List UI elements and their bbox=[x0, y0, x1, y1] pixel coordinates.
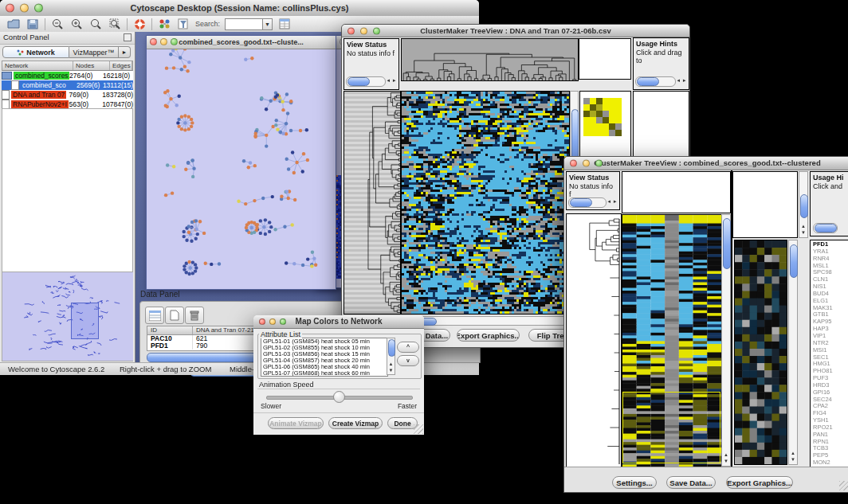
help-lifebuoy-icon[interactable] bbox=[132, 18, 147, 30]
resize-grip[interactable] bbox=[414, 424, 423, 434]
zoom-fit-icon[interactable] bbox=[108, 18, 122, 30]
gene-label[interactable]: MON2 bbox=[813, 459, 848, 467]
minimize-button[interactable] bbox=[20, 4, 29, 13]
zoom-scrollbar[interactable]: ▲ ▼ bbox=[788, 240, 798, 465]
row-dendrogram[interactable] bbox=[344, 91, 401, 315]
close-button[interactable] bbox=[570, 160, 577, 167]
correlation-matrix[interactable] bbox=[583, 98, 622, 136]
close-button[interactable] bbox=[259, 318, 265, 325]
scroll-arrows[interactable]: ◄ ► bbox=[386, 78, 397, 84]
col-network[interactable]: Network bbox=[2, 61, 73, 70]
zoom-button[interactable] bbox=[373, 27, 380, 34]
animate-vizmap-button[interactable]: Animate Vizmap bbox=[268, 417, 324, 429]
zoom-heatmap[interactable] bbox=[734, 240, 787, 465]
titlebar[interactable]: Map Colors to Network bbox=[253, 315, 424, 329]
network-row-selected[interactable]: combined_sco 2569(6) 13112(15) bbox=[2, 80, 133, 90]
network-view-window: combined_scores_good.txt--cluste... bbox=[146, 35, 336, 290]
attribute-list-item[interactable]: GPL51-07 (GSM868) heat shock 60 min bbox=[261, 370, 387, 377]
scrollbar-thumb[interactable] bbox=[790, 244, 798, 278]
minimize-button[interactable] bbox=[269, 318, 276, 325]
col-edges[interactable]: Edges bbox=[110, 61, 132, 70]
list-scrollbar[interactable]: ▲ ▼ bbox=[387, 338, 395, 375]
minimize-button[interactable] bbox=[583, 160, 590, 167]
scroll-up-arrow[interactable]: ▲ bbox=[789, 451, 797, 456]
network-overview-icon[interactable] bbox=[157, 18, 171, 30]
scroll-up-arrow[interactable]: ▲ bbox=[722, 452, 730, 458]
overview-viewport-rect[interactable] bbox=[71, 303, 99, 339]
search-dropdown-arrow-icon[interactable]: ▼ bbox=[262, 18, 273, 30]
save-icon[interactable] bbox=[26, 18, 40, 30]
scrollbar-thumb[interactable] bbox=[570, 198, 592, 207]
close-button[interactable] bbox=[150, 38, 157, 45]
zoom-button[interactable] bbox=[34, 4, 43, 13]
titlebar[interactable]: ClusterMaker TreeView : combined_scores_… bbox=[564, 157, 848, 170]
zoom-button[interactable] bbox=[595, 160, 603, 167]
export-graphics-button[interactable]: Export Graphics... bbox=[726, 476, 793, 489]
delete-attribute-trash-icon[interactable] bbox=[185, 307, 204, 324]
create-vizmap-button[interactable]: Create Vizmap bbox=[328, 417, 383, 429]
panel-scrollbar[interactable] bbox=[813, 223, 848, 233]
scroll-arrows[interactable]: ◄ ► bbox=[676, 78, 687, 84]
scrollbar-thumb[interactable] bbox=[388, 339, 395, 357]
titlebar[interactable]: Cytoscape Desktop (Session Name: collins… bbox=[0, 0, 479, 17]
tab-network[interactable]: Network bbox=[2, 46, 69, 58]
scroll-down-arrow[interactable]: ▼ bbox=[789, 457, 797, 463]
tab-vizmapper[interactable]: VizMapper™ bbox=[69, 46, 119, 58]
network-row[interactable]: DNA and Tran 07 769(0) 183728(0) bbox=[2, 90, 133, 100]
close-button[interactable] bbox=[6, 4, 14, 13]
scrollbar-thumb[interactable] bbox=[800, 194, 808, 218]
row-dendrogram[interactable] bbox=[566, 213, 622, 469]
scroll-up-arrow[interactable]: ▲ bbox=[799, 224, 807, 229]
float-panel-icon[interactable] bbox=[124, 33, 132, 41]
tab-overflow-arrow[interactable]: ► bbox=[119, 46, 131, 58]
network-row[interactable]: combined_scores 2764(0) 16218(0) bbox=[2, 71, 133, 80]
scroll-down-arrow[interactable]: ▼ bbox=[799, 230, 807, 236]
scroll-arrows[interactable]: ◄ ► bbox=[607, 199, 618, 205]
zoom-out-icon[interactable] bbox=[50, 18, 65, 30]
col-id[interactable]: ID bbox=[147, 326, 193, 334]
minimize-button[interactable] bbox=[360, 27, 367, 34]
close-button[interactable] bbox=[347, 27, 355, 34]
scroll-down-arrow[interactable]: ▼ bbox=[387, 368, 395, 373]
move-down-button[interactable]: v bbox=[397, 355, 419, 366]
open-file-icon[interactable] bbox=[6, 18, 21, 30]
titlebar[interactable]: ClusterMaker TreeView : DNA and Tran 07-… bbox=[342, 25, 689, 37]
panel-scrollbar[interactable]: ◄ ► bbox=[568, 197, 618, 208]
scrollbar-thumb[interactable] bbox=[347, 77, 370, 86]
filter-icon[interactable] bbox=[176, 18, 190, 30]
new-attribute-icon[interactable] bbox=[165, 307, 184, 324]
titlebar[interactable]: combined_scores_good.txt--cluste... bbox=[147, 36, 336, 49]
scroll-down-arrow[interactable]: ▼ bbox=[722, 459, 730, 464]
zoom-in-icon[interactable] bbox=[69, 18, 84, 30]
column-dendrogram[interactable] bbox=[401, 38, 579, 81]
scroll-up-arrow[interactable]: ▲ bbox=[387, 361, 395, 367]
save-data-button[interactable]: Save Data... bbox=[666, 476, 716, 489]
scrollbar-thumb[interactable] bbox=[723, 218, 731, 269]
settings-button[interactable]: Settings... bbox=[612, 476, 657, 489]
zoom-button[interactable] bbox=[280, 318, 286, 325]
minimize-button[interactable] bbox=[160, 38, 167, 45]
search-input[interactable] bbox=[225, 18, 262, 30]
move-up-button[interactable]: ^ bbox=[397, 342, 419, 353]
main-heatmap[interactable] bbox=[401, 91, 570, 315]
vertical-scrollbar[interactable]: ▲ ▼ bbox=[721, 214, 731, 467]
main-heatmap[interactable] bbox=[622, 214, 722, 468]
panel-scrollbar[interactable]: ◄ ► bbox=[346, 76, 397, 87]
panel-scrollbar[interactable]: ◄ ► bbox=[635, 76, 687, 87]
speed-slider-thumb[interactable] bbox=[333, 391, 345, 403]
column-labels-scrollbar[interactable]: ▲ ▼ bbox=[799, 171, 808, 238]
scrollbar-thumb[interactable] bbox=[637, 77, 659, 86]
network-overview-panel[interactable] bbox=[2, 272, 133, 361]
resize-grip[interactable] bbox=[839, 481, 848, 490]
section-divider bbox=[731, 170, 732, 467]
network-graph-view[interactable] bbox=[147, 49, 334, 288]
attribute-browser-icon[interactable] bbox=[277, 18, 292, 30]
col-nodes[interactable]: Nodes bbox=[73, 61, 110, 70]
zoom-button[interactable] bbox=[171, 38, 178, 45]
export-graphics-button[interactable]: Export Graphics... bbox=[457, 329, 520, 342]
horizontal-scrollbar[interactable] bbox=[401, 316, 570, 326]
scrollbar-thumb[interactable] bbox=[815, 224, 837, 232]
attribute-select-icon[interactable] bbox=[145, 307, 164, 324]
zoom-selected-icon[interactable] bbox=[88, 18, 103, 30]
window-controls bbox=[6, 4, 43, 13]
